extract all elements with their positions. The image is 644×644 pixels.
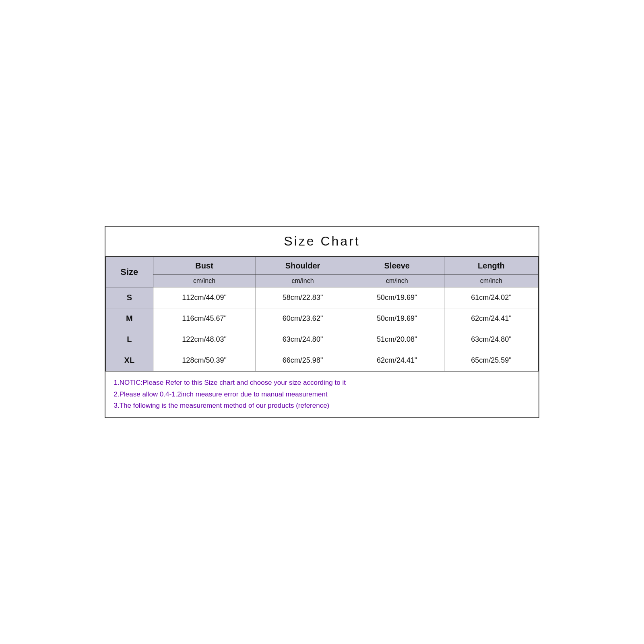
shoulder-value: 60cm/23.62" [256,308,350,329]
shoulder-value: 58cm/22.83" [256,287,350,308]
note-line: 2.Please allow 0.4-1.2inch measure error… [114,389,530,400]
shoulder-value: 66cm/25.98" [256,350,350,371]
size-cell: XL [106,350,153,371]
bust-value: 116cm/45.67" [153,308,256,329]
bust-header: Bust [153,257,256,275]
table-body: S112cm/44.09"58cm/22.83"50cm/19.69"61cm/… [106,287,539,417]
bust-value: 112cm/44.09" [153,287,256,308]
sleeve-value: 51cm/20.08" [350,329,444,350]
sleeve-unit: cm/inch [350,275,444,287]
page-wrapper: Size Chart Size Bust Shoulder Sleeve Len… [0,0,644,644]
size-table: Size Bust Shoulder Sleeve Length cm/inch… [105,257,539,418]
bust-value: 122cm/48.03" [153,329,256,350]
header-sub-row: cm/inch cm/inch cm/inch cm/inch [106,275,539,287]
shoulder-unit: cm/inch [256,275,350,287]
length-value: 62cm/24.41" [444,308,538,329]
notes-row: 1.NOTIC:Please Refer to this Size chart … [106,371,539,418]
size-header: Size [106,257,153,287]
shoulder-header: Shoulder [256,257,350,275]
sleeve-value: 62cm/24.41" [350,350,444,371]
length-unit: cm/inch [444,275,538,287]
chart-title: Size Chart [105,227,539,257]
size-cell: S [106,287,153,308]
length-value: 61cm/24.02" [444,287,538,308]
bust-unit: cm/inch [153,275,256,287]
bust-value: 128cm/50.39" [153,350,256,371]
length-value: 63cm/24.80" [444,329,538,350]
shoulder-value: 63cm/24.80" [256,329,350,350]
table-row: S112cm/44.09"58cm/22.83"50cm/19.69"61cm/… [106,287,539,308]
table-row: L122cm/48.03"63cm/24.80"51cm/20.08"63cm/… [106,329,539,350]
table-row: XL128cm/50.39"66cm/25.98"62cm/24.41"65cm… [106,350,539,371]
length-value: 65cm/25.59" [444,350,538,371]
size-cell: L [106,329,153,350]
note-line: 3.The following is the measurement metho… [114,400,530,412]
size-cell: M [106,308,153,329]
sleeve-value: 50cm/19.69" [350,287,444,308]
notes-cell: 1.NOTIC:Please Refer to this Size chart … [106,371,539,418]
sleeve-header: Sleeve [350,257,444,275]
length-header: Length [444,257,538,275]
table-row: M116cm/45.67"60cm/23.62"50cm/19.69"62cm/… [106,308,539,329]
header-top-row: Size Bust Shoulder Sleeve Length [106,257,539,275]
size-chart-container: Size Chart Size Bust Shoulder Sleeve Len… [105,226,539,419]
note-line: 1.NOTIC:Please Refer to this Size chart … [114,377,530,389]
sleeve-value: 50cm/19.69" [350,308,444,329]
